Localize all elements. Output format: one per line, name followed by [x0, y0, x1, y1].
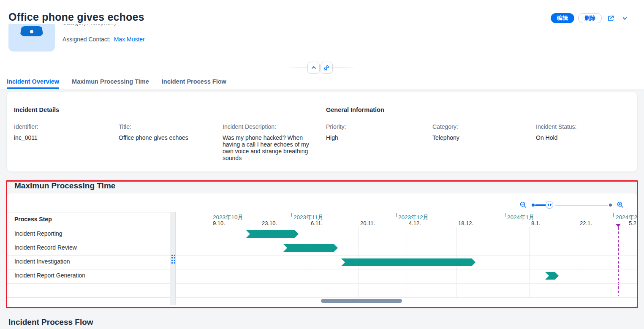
day-tick-label: 6.11. — [311, 220, 323, 226]
general-field-label: Incident Status: — [536, 123, 577, 130]
grid-line — [627, 227, 627, 298]
incident-field-value: Was my phone hacked? When having a call … — [223, 134, 312, 161]
slider-rest-track[interactable] — [555, 205, 608, 206]
table-row-line — [7, 297, 170, 298]
gantt-bar[interactable] — [545, 272, 559, 280]
table-row[interactable]: Incident Record Review — [14, 241, 77, 255]
slider-end-dot — [609, 204, 612, 207]
table-row-line — [7, 241, 170, 241]
tab-maximun-processing-time[interactable]: Maximun Processing Time — [72, 78, 149, 89]
chart-row-line — [176, 269, 637, 269]
tab-incident-process-flow[interactable]: Incident Process Flow — [162, 78, 226, 89]
month-tick — [613, 213, 614, 217]
table-row[interactable]: Incident Report Generation — [14, 269, 85, 283]
gantt-chart: Process Step Incident ReportingIncident … — [7, 212, 637, 307]
zoom-in-icon[interactable] — [615, 200, 625, 210]
chart-row-line — [176, 297, 637, 298]
chart-row-line — [176, 255, 637, 256]
gantt-bar[interactable] — [341, 258, 476, 266]
gantt-bar[interactable] — [283, 244, 338, 252]
incident-details-fields: Identifier:inc_0011Title:Office phone gi… — [14, 123, 324, 161]
avatar — [8, 24, 55, 52]
general-field-value: Telephony — [432, 134, 536, 141]
tab-bar: Incident OverviewMaximun Processing Time… — [0, 74, 644, 89]
delete-button[interactable]: 删除 — [578, 13, 602, 23]
grid-line — [578, 227, 578, 298]
collapse-header-button[interactable] — [307, 62, 320, 73]
gantt-timeline-area: 2023年10月2023年11月2023年12月2024年1月2024年2月9.… — [176, 212, 638, 298]
grid-line — [211, 227, 211, 298]
incident-field: Incident Description:Was my phone hacked… — [223, 123, 315, 161]
table-row[interactable]: Incident Reporting — [14, 227, 62, 241]
page-title: Office phone gives echoes — [8, 11, 144, 23]
month-tick — [505, 213, 505, 217]
zoom-out-icon[interactable] — [518, 200, 528, 210]
table-row-line — [7, 269, 170, 269]
pin-icon — [323, 65, 330, 71]
header-actions: 编辑 删除 — [551, 13, 630, 23]
table-row-line — [7, 212, 170, 212]
chart-row-line — [176, 227, 637, 227]
table-row-line — [7, 255, 170, 256]
slider-handle[interactable] — [546, 201, 553, 209]
tab-incident-overview[interactable]: Incident Overview — [7, 78, 59, 89]
incident-field-label: Identifier: — [14, 123, 119, 130]
gantt-card: Process Step Incident ReportingIncident … — [7, 193, 637, 307]
general-field: Category:Telephony — [432, 123, 536, 141]
day-tick-label: 20.11. — [360, 220, 375, 226]
assigned-contact-label: Assigned Contact: — [62, 36, 111, 43]
horizontal-scrollbar-thumb[interactable] — [321, 299, 402, 303]
general-field-label: Category: — [432, 123, 536, 130]
general-field-value: High — [326, 134, 432, 141]
process-step-column-header: Process Step — [14, 212, 52, 227]
assigned-contact-row: Assigned Contact:Max Muster — [62, 36, 145, 43]
share-icon[interactable] — [606, 13, 616, 23]
month-label: 2024年1月 — [507, 214, 535, 221]
day-tick-label: 5.2. — [629, 220, 638, 226]
zoom-slider[interactable] — [532, 201, 612, 209]
today-marker-line — [618, 227, 619, 296]
chevron-up-icon — [311, 65, 317, 71]
assigned-contact-link[interactable]: Max Muster — [114, 36, 145, 43]
incident-field-label: Incident Description: — [223, 123, 315, 130]
chart-row-line — [176, 283, 637, 284]
process-step-table: Process Step Incident ReportingIncident … — [7, 212, 170, 298]
chevron-down-icon[interactable] — [620, 13, 630, 23]
table-row-line — [7, 283, 170, 284]
pin-header-button[interactable] — [321, 62, 333, 73]
general-information-heading: General Information — [326, 106, 384, 113]
phone-avatar-dot — [30, 30, 33, 33]
month-tick — [291, 213, 292, 217]
incident-details-heading: Incident Details — [14, 106, 59, 113]
incident-field-value: inc_0011 — [14, 134, 119, 141]
object-page: Office phone gives echoes Category: Tele… — [0, 0, 644, 329]
incident-field-value: Office phone gives echoes — [119, 134, 223, 141]
general-field-value: On Hold — [536, 134, 577, 141]
table-row[interactable]: Incident Investigation — [14, 255, 70, 269]
incident-field-label: Title: — [119, 123, 223, 130]
day-tick-label: 8.1. — [531, 220, 541, 226]
grid-line — [309, 227, 309, 298]
process-flow-heading: Incident Process Flow — [8, 318, 93, 327]
day-tick-label: 18.12. — [458, 220, 473, 226]
day-tick-label: 22.1. — [580, 220, 592, 226]
clipped-header-line: Category: Telephony — [62, 24, 198, 31]
splitter[interactable] — [170, 212, 176, 305]
edit-button[interactable]: 编辑 — [551, 13, 574, 23]
day-tick-label: 9.10. — [213, 220, 225, 226]
incident-overview-card: Incident Details General Information Ide… — [7, 92, 637, 171]
day-tick-label: 23.10. — [262, 220, 277, 226]
processing-time-heading: Maximun Processing Time — [14, 181, 115, 190]
drag-handle-icon[interactable] — [171, 255, 175, 264]
general-field: Priority:High — [326, 123, 432, 141]
month-tick — [396, 213, 397, 217]
general-field: Incident Status:On Hold — [536, 123, 577, 141]
general-field-label: Priority: — [326, 123, 432, 130]
grid-line — [529, 227, 530, 298]
slider-start-dot — [532, 204, 535, 207]
chart-row-line — [176, 241, 637, 241]
general-information-fields: Priority:HighCategory:TelephonyIncident … — [326, 123, 636, 141]
incident-field: Identifier:inc_0011 — [14, 123, 119, 161]
gantt-bar[interactable] — [246, 230, 299, 238]
day-tick-label: 4.12. — [409, 220, 421, 226]
